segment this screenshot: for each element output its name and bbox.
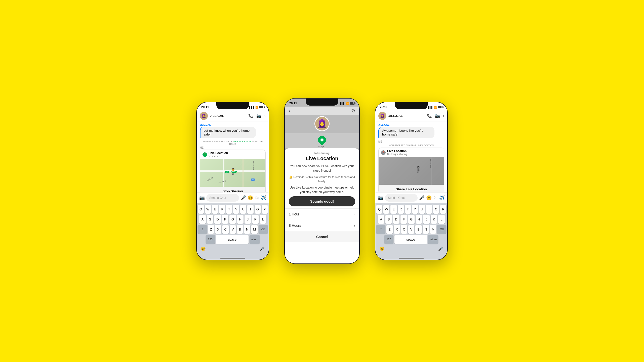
key-g-right[interactable]: G	[408, 215, 415, 224]
key-k-left[interactable]: K	[252, 215, 259, 224]
sticker-icon-left[interactable]: 🗂	[255, 195, 259, 201]
chat-input-left[interactable]: Send a Chat	[206, 194, 239, 202]
key-n-right[interactable]: N	[423, 225, 429, 234]
key-w-left[interactable]: W	[205, 205, 211, 214]
key-o-left[interactable]: O	[255, 205, 261, 214]
key-b-right[interactable]: B	[415, 225, 422, 234]
key-x-left[interactable]: X	[215, 225, 221, 234]
key-i-right[interactable]: I	[426, 205, 432, 214]
key-t-right[interactable]: T	[405, 205, 411, 214]
key-p-right[interactable]: P	[440, 205, 446, 214]
chat-content-right: JILL.CAL Awesome - Looks like you're hom…	[375, 121, 447, 192]
key-z-left[interactable]: Z	[208, 225, 214, 234]
avatar-right: 🧕	[378, 112, 386, 120]
live-location-card-right[interactable]: 📍 Live Location No longer sharing Ocean …	[378, 148, 444, 192]
gear-icon-mid[interactable]: ⚙	[351, 108, 355, 114]
live-location-card-left[interactable]: 📍 Live Location 59 min left	[200, 150, 266, 192]
key-y-right[interactable]: Y	[412, 205, 418, 214]
emoji-bottom-icon-left[interactable]: 😊	[199, 245, 208, 252]
share-live-location-btn[interactable]: Share Live Location	[379, 185, 444, 192]
mic-icon-right[interactable]: 🎤	[419, 195, 425, 201]
mic-icon-left[interactable]: 🎤	[240, 195, 246, 201]
back-chevron-mid[interactable]: ‹	[289, 108, 290, 114]
sticker-icon-right[interactable]: 🗂	[433, 195, 438, 201]
key-b-left[interactable]: B	[237, 225, 243, 234]
key-return-left[interactable]: return	[250, 235, 260, 244]
key-j-left[interactable]: J	[245, 215, 251, 224]
key-backspace-left[interactable]: ⌫	[259, 225, 268, 234]
key-d-left[interactable]: D	[214, 215, 221, 224]
key-e-right[interactable]: E	[390, 205, 396, 214]
key-return-right[interactable]: return	[428, 235, 438, 244]
key-f-right[interactable]: F	[400, 215, 407, 224]
camera-input-icon-right[interactable]: 📷	[378, 195, 383, 201]
key-a-left[interactable]: A	[199, 215, 206, 224]
key-r-left[interactable]: R	[219, 205, 225, 214]
key-x-right[interactable]: X	[394, 225, 400, 234]
snap-icon-left[interactable]: ✈️	[261, 195, 266, 201]
key-space-left[interactable]: space	[216, 235, 249, 244]
camera-icon-left[interactable]: 📷	[256, 113, 261, 118]
key-z-right[interactable]: Z	[386, 225, 393, 234]
key-m-left[interactable]: M	[251, 225, 258, 234]
key-t-left[interactable]: T	[226, 205, 232, 214]
key-m-right[interactable]: M	[430, 225, 436, 234]
key-c-right[interactable]: C	[401, 225, 407, 234]
key-o-right[interactable]: O	[433, 205, 439, 214]
keyboard-left: Q W E R T Y U I O P A S D F G H	[197, 203, 269, 254]
emoji-icon-left[interactable]: 😊	[248, 195, 253, 201]
key-l-left[interactable]: L	[260, 215, 266, 224]
key-n-left[interactable]: N	[244, 225, 250, 234]
modal-cta-btn[interactable]: Sounds good!	[289, 196, 355, 206]
time-left: 20:11	[201, 105, 209, 109]
key-u-right[interactable]: U	[419, 205, 425, 214]
key-w-right[interactable]: W	[383, 205, 389, 214]
key-d-right[interactable]: D	[393, 215, 399, 224]
key-q-right[interactable]: Q	[376, 205, 382, 214]
chevron-right-icon-left[interactable]: ›	[264, 114, 266, 118]
key-shift-right[interactable]: ⇧	[376, 225, 385, 234]
key-g-left[interactable]: G	[229, 215, 236, 224]
key-123-left[interactable]: 123	[206, 235, 215, 244]
chat-input-right[interactable]: Send a Chat	[385, 194, 418, 202]
modal-option-1hour[interactable]: 1 Hour ›	[289, 209, 355, 220]
key-q-left[interactable]: Q	[198, 205, 204, 214]
key-shift-left[interactable]: ⇧	[198, 225, 207, 234]
key-v-left[interactable]: V	[230, 225, 236, 234]
phone-icon-right[interactable]: 📞	[427, 113, 432, 118]
camera-input-icon-left[interactable]: 📷	[199, 195, 205, 201]
key-f-left[interactable]: F	[222, 215, 228, 224]
key-s-right[interactable]: S	[385, 215, 392, 224]
key-r-right[interactable]: R	[398, 205, 404, 214]
emoji-icon-right[interactable]: 😊	[426, 195, 432, 201]
mic-bottom-icon-right[interactable]: 🎤	[436, 245, 445, 252]
camera-icon-right[interactable]: 📷	[435, 113, 440, 118]
key-space-right[interactable]: space	[394, 235, 427, 244]
key-h-right[interactable]: H	[416, 215, 422, 224]
key-j-right[interactable]: J	[423, 215, 430, 224]
phone-icon-left[interactable]: 📞	[248, 113, 253, 118]
key-backspace-right[interactable]: ⌫	[437, 225, 446, 234]
key-a-right[interactable]: A	[378, 215, 384, 224]
key-s-left[interactable]: S	[207, 215, 213, 224]
key-l-right[interactable]: L	[438, 215, 445, 224]
key-h-left[interactable]: H	[237, 215, 244, 224]
key-k-right[interactable]: K	[431, 215, 437, 224]
mic-bottom-icon-left[interactable]: 🎤	[258, 245, 267, 252]
header-icons-right: 📞 📷 ›	[427, 113, 444, 118]
key-p-left[interactable]: P	[262, 205, 268, 214]
key-y-left[interactable]: Y	[233, 205, 239, 214]
phone-notch-right	[395, 102, 428, 109]
snap-icon-right[interactable]: ✈️	[439, 195, 445, 201]
key-u-left[interactable]: U	[240, 205, 246, 214]
modal-option-8hours[interactable]: 8 Hours ›	[289, 220, 355, 231]
modal-cancel-btn[interactable]: Cancel	[285, 231, 359, 242]
key-e-left[interactable]: E	[212, 205, 218, 214]
key-i-left[interactable]: I	[247, 205, 253, 214]
chevron-right-icon-right[interactable]: ›	[443, 114, 444, 118]
key-123-right[interactable]: 123	[384, 235, 393, 244]
key-v-right[interactable]: V	[408, 225, 415, 234]
stop-sharing-btn-left[interactable]: Stop Sharing	[200, 187, 265, 192]
emoji-bottom-icon-right[interactable]: 😊	[377, 245, 386, 252]
key-c-left[interactable]: C	[222, 225, 229, 234]
